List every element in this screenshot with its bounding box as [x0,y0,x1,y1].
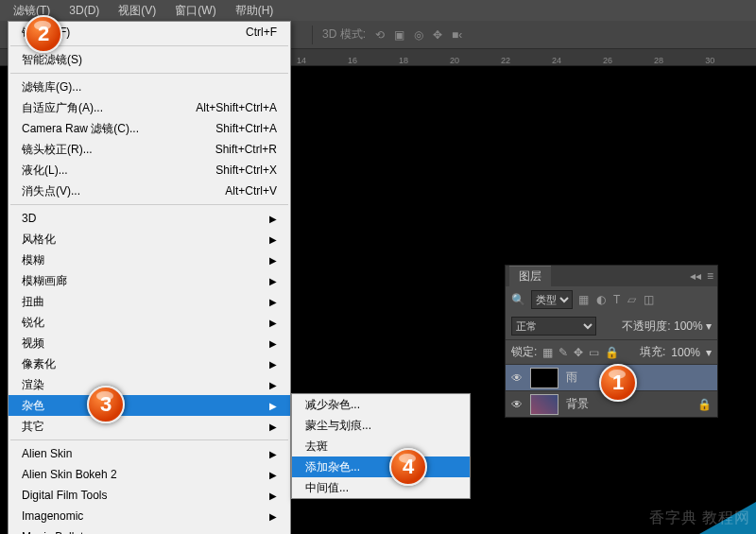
menu-item-shortcut: Alt+Shift+Ctrl+A [196,101,277,114]
menu-window[interactable]: 窗口(W) [167,1,223,21]
ruler-mark: 24 [552,56,561,65]
blend-opacity-row: 正常 不透明度: 100% ▾ [506,313,717,339]
menu-item-label: 自适应广角(A)... [22,100,103,116]
filter-stylize[interactable]: 风格化▶ [9,229,290,250]
menu-item-label: 渲染 [22,377,44,393]
submenu-arrow-icon: ▶ [269,422,277,432]
cube-icon[interactable]: ▣ [394,28,404,42]
submenu-arrow-icon: ▶ [269,491,277,501]
fill-value[interactable]: 100% [671,346,700,359]
filter-imagenomic[interactable]: Imagenomic▶ [9,506,290,526]
menu-item-label: Digital Film Tools [22,489,107,502]
noise-despeckle[interactable]: 去斑 [292,436,470,456]
lock-label: 锁定: [511,344,537,360]
layer-filter-row: 🔍 类型 ▦ ◐ T ▱ ◫ [506,286,717,313]
layers-tab[interactable]: 图层 [509,266,551,286]
lock-transparency-icon[interactable]: ▦ [542,346,553,359]
noise-reduce[interactable]: 减少杂色... [292,394,470,415]
filter-adjust-icon[interactable]: ◐ [596,293,606,306]
target-icon[interactable]: ◎ [414,28,423,42]
opacity-value[interactable]: 100% [674,319,703,333]
menu-item-label: Alien Skin Bokeh 2 [22,468,117,481]
menu-separator [10,73,288,74]
filter-blur-gallery[interactable]: 模糊画廊▶ [9,270,290,291]
step-badge-3: 3 [87,386,125,423]
menu-item-label: 智能滤镜(S) [22,52,82,68]
panel-tabbar: 图层 ◂◂ ≡ [506,266,717,286]
submenu-arrow-icon: ▶ [269,318,277,328]
blend-mode-select[interactable]: 正常 [511,317,596,336]
menu-item-shortcut: Shift+Ctrl+R [215,143,277,156]
menu-item-label: 风格化 [22,232,56,248]
filter-gallery[interactable]: 滤镜库(G)... [9,77,290,97]
filter-liquify[interactable]: 液化(L)...Shift+Ctrl+X [9,160,290,181]
menu-item-shortcut: Shift+Ctrl+X [215,164,277,177]
filter-adaptive-wide[interactable]: 自适应广角(A)...Alt+Shift+Ctrl+A [9,97,290,118]
menu-item-label: 其它 [22,419,44,435]
lock-pixels-icon[interactable]: ✎ [558,346,568,359]
filter-lens-correction[interactable]: 镜头校正(R)...Shift+Ctrl+R [9,139,290,160]
fill-label: 填充: [640,344,665,360]
layer-name[interactable]: 雨 [566,370,577,386]
filter-pixel-icon[interactable]: ▦ [578,293,589,306]
menu-item-label: 去斑 [305,439,328,455]
watermark: 香字典 教程网 [649,508,750,528]
filter-distort[interactable]: 扭曲▶ [9,291,290,312]
filter-smart[interactable]: 智能滤镜(S) [9,49,290,70]
menu-item-label: 模糊画廊 [22,273,67,289]
filter-alien-skin[interactable]: Alien Skin▶ [9,443,290,464]
filter-other[interactable]: 其它▶ [9,416,290,437]
filter-menu: 镜操作(F) Ctrl+F 智能滤镜(S) 滤镜库(G)... 自适应广角(A)… [8,21,291,534]
lock-all-icon[interactable]: 🔒 [605,346,619,359]
chevron-down-icon[interactable]: ▾ [706,319,712,333]
ruler-mark: 26 [603,56,612,65]
chevron-down-icon[interactable]: ▾ [706,346,712,359]
filter-alien-skin-bokeh[interactable]: Alien Skin Bokeh 2▶ [9,464,290,485]
menu-3d[interactable]: 3D(D) [61,2,107,19]
layer-thumbnail[interactable] [530,368,558,388]
filter-shape-icon[interactable]: ▱ [627,293,636,306]
filter-video[interactable]: 视频▶ [9,333,290,353]
filter-kind-select[interactable]: 类型 [531,290,573,309]
move-icon[interactable]: ✥ [433,28,442,42]
filter-noise[interactable]: 杂色▶ [9,395,290,416]
noise-median[interactable]: 中间值... [292,477,470,498]
menu-item-label: 像素化 [22,356,56,372]
submenu-arrow-icon: ▶ [269,234,277,245]
filter-blur[interactable]: 模糊▶ [9,250,290,270]
orbit-icon[interactable]: ⟲ [375,28,385,42]
camera-icon[interactable]: ■‹ [452,28,462,42]
visibility-icon[interactable]: 👁 [511,398,523,411]
menu-help[interactable]: 帮助(H) [228,1,282,21]
visibility-icon[interactable]: 👁 [511,371,523,385]
search-icon: 🔍 [511,293,525,306]
filter-sharpen[interactable]: 锐化▶ [9,312,290,333]
filter-digital-film-tools[interactable]: Digital Film Tools▶ [9,485,290,506]
filter-pixelate[interactable]: 像素化▶ [9,353,290,374]
filter-vanishing-point[interactable]: 消失点(V)...Alt+Ctrl+V [9,181,290,201]
submenu-arrow-icon: ▶ [269,297,277,307]
menu-item-label: 添加杂色... [305,459,360,475]
menu-item-label: 减少杂色... [305,397,360,413]
noise-dust-scratch[interactable]: 蒙尘与划痕... [292,415,470,436]
filter-3d[interactable]: 3D▶ [9,208,290,229]
layer-name[interactable]: 背景 [566,396,589,412]
submenu-arrow-icon: ▶ [269,359,277,370]
panel-menu-icon[interactable]: ≡ [707,269,713,283]
menu-item-label: 镜头校正(R)... [22,142,93,158]
menu-item-label: 扭曲 [22,294,44,310]
layer-thumbnail[interactable] [530,394,558,415]
filter-magic-bullet[interactable]: Magic Bullet▶ [9,526,290,534]
menu-view[interactable]: 视图(V) [111,1,163,21]
menu-item-label: 蒙尘与划痕... [305,418,371,434]
noise-add-noise[interactable]: 添加杂色... [292,456,470,477]
submenu-arrow-icon: ▶ [269,511,277,522]
lock-position-icon[interactable]: ✥ [574,346,583,359]
filter-smart-icon[interactable]: ◫ [644,293,654,306]
menu-item-label: Alien Skin [22,447,72,460]
lock-artboard-icon[interactable]: ▭ [589,346,599,359]
filter-type-icon[interactable]: T [613,293,620,306]
panel-collapse-icon[interactable]: ◂◂ [690,269,701,283]
filter-camera-raw[interactable]: Camera Raw 滤镜(C)...Shift+Ctrl+A [9,118,290,139]
filter-render[interactable]: 渲染▶ [9,374,290,395]
